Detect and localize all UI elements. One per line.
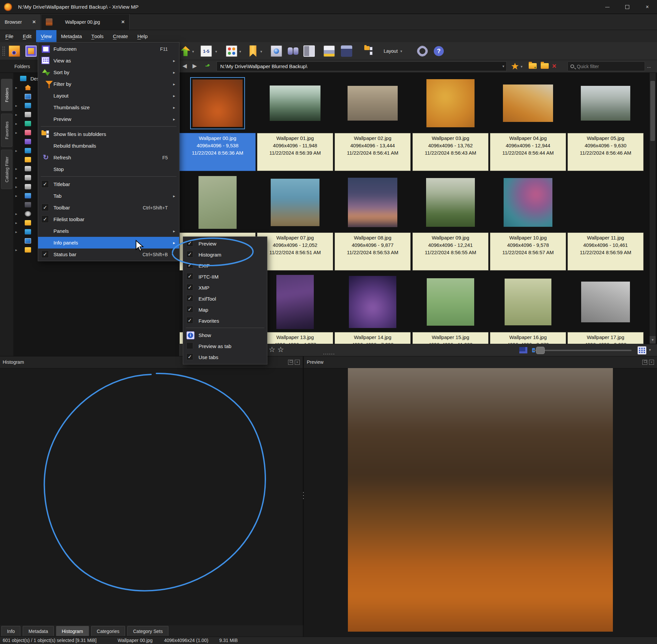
file-cell[interactable]: Wallpaper 01.jpg4096x4096 - 11,94811/22/… — [257, 73, 334, 171]
file-thumbnail[interactable] — [505, 279, 551, 325]
menubar-item-help[interactable]: Help — [133, 30, 152, 42]
expand-arrow-icon[interactable]: ▸ — [15, 86, 20, 90]
tree-item[interactable]: ▸ — [14, 228, 31, 236]
file-label[interactable]: Wallpaper 07.jpg4096x4096 - 12,05211/22/… — [257, 232, 333, 271]
view-as-icon[interactable] — [226, 45, 237, 57]
file-label[interactable]: Wallpaper 09.jpg4096x4096 - 12,24111/22/… — [412, 232, 489, 271]
bottom-tab-metadata[interactable]: Metadata — [23, 626, 53, 636]
chevron-down-icon[interactable]: ▾ — [649, 348, 651, 352]
file-label[interactable]: Wallpaper 04.jpg4096x4096 - 12,94411/22/… — [490, 133, 566, 171]
scrollbar-down-icon[interactable]: ▼ — [650, 336, 656, 343]
file-cell[interactable]: Wallpaper 04.jpg4096x4096 - 12,94411/22/… — [490, 73, 566, 171]
menu-item-exiftool[interactable]: ✓ExifTool — [183, 293, 267, 304]
tree-item[interactable]: ▸ — [14, 246, 31, 254]
file-label[interactable]: Wallpaper 14.jpg4096x4096 - 7,298 — [335, 332, 411, 344]
expand-arrow-icon[interactable]: ▸ — [15, 131, 20, 135]
tab-close-icon[interactable]: × — [121, 19, 124, 25]
menu-item-panels[interactable]: Panels▸ — [38, 225, 179, 237]
menu-item-use-tabs[interactable]: ✓Use tabs — [183, 352, 267, 363]
file-label[interactable]: Wallpaper 16.jpg4096x4096 - 8,879 — [490, 332, 566, 344]
bottom-tab-info[interactable]: Info — [1, 626, 20, 636]
tab-close-icon[interactable]: × — [32, 19, 36, 25]
expand-arrow-icon[interactable]: ▸ — [15, 194, 20, 198]
menu-item-filelist-toolbar[interactable]: ✓Filelist toolbar — [38, 213, 179, 225]
tree-item[interactable] — [14, 236, 31, 245]
grid-view-icon[interactable] — [638, 346, 646, 354]
toolbar-drag-handle[interactable] — [2, 46, 5, 56]
menu-item-histogram[interactable]: ✓Histogram — [183, 249, 267, 260]
menu-item-info-panels[interactable]: Info panels▸ — [38, 237, 179, 249]
close-panel-icon[interactable]: × — [649, 360, 654, 365]
file-cell[interactable]: Wallpaper 09.jpg4096x4096 - 12,24111/22/… — [412, 172, 489, 271]
edit-folder-icon[interactable] — [541, 63, 549, 69]
file-cell[interactable]: Wallpaper 07.jpg4096x4096 - 12,05211/22/… — [257, 172, 334, 271]
file-cell[interactable]: Wallpaper 17.jpg4096x4096 - 9,608 — [567, 272, 644, 344]
menu-item-sort-by[interactable]: Sort by▸ — [38, 67, 179, 78]
slideshow-icon[interactable] — [271, 45, 282, 57]
chevron-down-icon[interactable]: ▾ — [260, 49, 262, 54]
minimize-button[interactable] — [597, 0, 617, 14]
menu-item-preview[interactable]: ✓Preview — [183, 238, 267, 249]
file-label[interactable]: Wallpaper 00.jpg4096x4096 - 9,53811/22/2… — [179, 133, 256, 171]
file-label[interactable]: Wallpaper 01.jpg4096x4096 - 11,94811/22/… — [257, 133, 333, 171]
file-cell[interactable]: Wallpaper 11.jpg4096x4096 - 10,46111/22/… — [567, 172, 644, 271]
file-thumbnail[interactable] — [427, 278, 474, 326]
float-panel-icon[interactable] — [642, 360, 647, 365]
tree-item[interactable] — [14, 137, 31, 146]
menubar-item-file[interactable]: File — [1, 30, 18, 42]
close-button[interactable]: × — [638, 0, 657, 14]
file-thumbnail[interactable] — [426, 79, 475, 127]
expand-arrow-icon[interactable]: ▸ — [15, 176, 20, 180]
scrollbar-thumb[interactable] — [650, 81, 655, 141]
file-thumbnail[interactable] — [503, 85, 553, 122]
file-cell[interactable]: Wallpaper 14.jpg4096x4096 - 7,298 — [334, 272, 411, 344]
expand-arrow-icon[interactable]: ▸ — [15, 121, 20, 126]
file-cell[interactable]: Wallpaper 16.jpg4096x4096 - 8,879 — [490, 272, 566, 344]
file-cell[interactable]: Wallpaper 00.jpg4096x4096 - 9,53811/22/2… — [179, 73, 256, 171]
clear-icon[interactable]: × — [552, 62, 557, 70]
tree-item[interactable] — [14, 155, 31, 164]
expand-arrow-icon[interactable]: ▸ — [15, 185, 20, 189]
tab-image[interactable]: Wallpaper 00.jpg × — [41, 14, 130, 30]
slider-thumb[interactable] — [536, 347, 545, 354]
menu-item-show[interactable]: Show — [183, 330, 267, 341]
close-panel-icon[interactable]: × — [295, 360, 300, 365]
menu-item-xmp[interactable]: ✓XMP — [183, 282, 267, 293]
menubar-item-view[interactable]: View — [36, 30, 56, 42]
menu-item-preview-as-tab[interactable]: ✓Preview as tab — [183, 341, 267, 352]
file-thumbnail[interactable] — [348, 178, 397, 227]
file-cell[interactable]: Wallpaper 08.jpg4096x4096 - 9,87711/22/2… — [334, 172, 411, 271]
maximize-button[interactable] — [617, 0, 637, 14]
menu-item-thumbnails-size[interactable]: Thumbnails size▸ — [38, 101, 179, 113]
tree-item[interactable]: ▸ — [14, 110, 31, 119]
menu-item-show-files-in-subfolders[interactable]: Show files in subfolders — [38, 128, 179, 140]
file-label[interactable]: Wallpaper 08.jpg4096x4096 - 9,87711/22/2… — [335, 232, 411, 271]
tree-item[interactable] — [14, 92, 31, 101]
bottom-tab-categories[interactable]: Categories — [91, 626, 125, 636]
up-icon[interactable]: ⬏ — [205, 63, 210, 69]
compare-icon[interactable] — [303, 45, 315, 57]
menu-item-view-as[interactable]: View as▸ — [38, 55, 179, 67]
search-icon[interactable] — [288, 45, 299, 57]
file-label[interactable]: Wallpaper 13.jpg4096x4096 - 4,077 — [257, 332, 333, 344]
menu-item-layout[interactable]: Layout▸ — [38, 90, 179, 101]
menu-item-iptc-iim[interactable]: ✓IPTC-IIM — [183, 271, 267, 282]
file-cell[interactable]: Wallpaper 10.jpg4096x4096 - 9,57811/22/2… — [490, 172, 566, 271]
chevron-down-icon[interactable]: ▾ — [215, 49, 217, 54]
chevron-down-icon[interactable]: ▾ — [239, 49, 241, 54]
tree-item[interactable]: ▸ — [14, 218, 31, 227]
menu-item-preview[interactable]: Preview▸ — [38, 113, 179, 125]
tree-item[interactable]: ▸ — [14, 182, 31, 191]
browser-mode-icon[interactable] — [9, 45, 20, 57]
quick-filter-input[interactable] — [577, 64, 634, 69]
file-cell[interactable]: Wallpaper 02.jpg4096x4096 - 13,44411/22/… — [334, 73, 411, 171]
menu-item-stop[interactable]: Stop — [38, 163, 179, 175]
menubar-item-tools[interactable]: Tools — [87, 30, 108, 42]
expand-arrow-icon[interactable]: ▸ — [15, 167, 20, 171]
rating-star-icon[interactable]: ☆ — [269, 345, 275, 354]
bottom-tab-category-sets[interactable]: Category Sets — [127, 626, 168, 636]
menu-item-refresh[interactable]: ↻RefreshF5 — [38, 152, 179, 163]
menu-item-rebuild-thumbnails[interactable]: Rebuild thumbnails — [38, 140, 179, 152]
file-cell[interactable]: Wallpaper 05.jpg4096x4096 - 9,63011/22/2… — [567, 73, 644, 171]
up-folder-icon[interactable] — [181, 46, 190, 56]
